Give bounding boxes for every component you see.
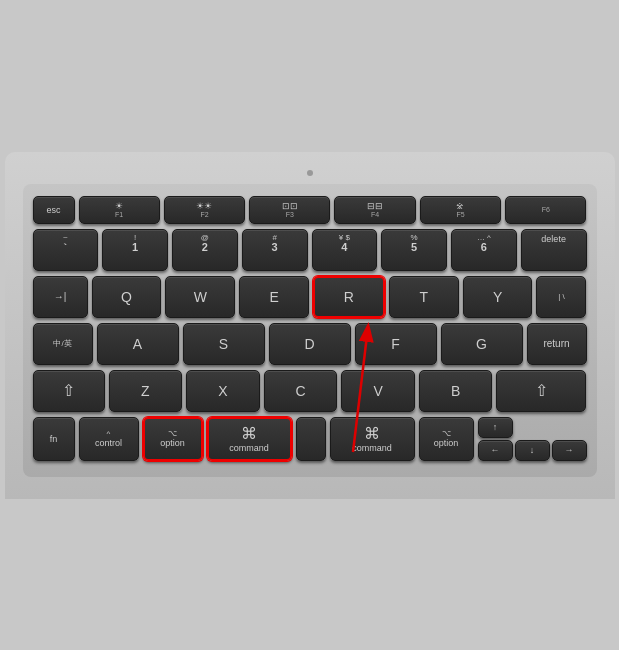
key-x[interactable]: X	[186, 370, 260, 412]
key-c[interactable]: C	[264, 370, 338, 412]
key-delete[interactable]: delete	[521, 229, 587, 271]
fn-row: esc ☀ F1 ☀☀ F2 ⊡⊡ F3 ⊟⊟ F4 ※ F5	[33, 196, 587, 224]
key-1[interactable]: ! 1	[102, 229, 168, 271]
key-w[interactable]: W	[165, 276, 235, 318]
key-fn[interactable]: fn	[33, 417, 75, 461]
key-command-right[interactable]: ⌘ command	[330, 417, 415, 461]
bottom-row: fn ^ control ⌥ option ⌘ command	[33, 417, 587, 461]
key-shift-right[interactable]: ⇧	[496, 370, 586, 412]
key-shift-left[interactable]: ⇧	[33, 370, 105, 412]
key-b[interactable]: B	[419, 370, 493, 412]
shift-row: ⇧ Z X C V B ⇧	[33, 370, 587, 412]
key-y[interactable]: Y	[463, 276, 533, 318]
key-arrow-left[interactable]: ←	[478, 440, 513, 461]
keyboard-body: esc ☀ F1 ☀☀ F2 ⊡⊡ F3 ⊟⊟ F4 ※ F5	[23, 184, 597, 477]
key-r[interactable]: R	[313, 276, 385, 318]
key-space[interactable]	[296, 417, 326, 461]
key-a[interactable]: A	[97, 323, 179, 365]
key-caps-lock[interactable]: 中/英	[33, 323, 93, 365]
key-v[interactable]: V	[341, 370, 415, 412]
key-e[interactable]: E	[239, 276, 309, 318]
key-tab[interactable]: →|	[33, 276, 88, 318]
key-f3[interactable]: ⊡⊡ F3	[249, 196, 330, 224]
num-row: ~ ` ! 1 @ 2 # 3 ¥ $ 4 % 5	[33, 229, 587, 271]
key-3[interactable]: # 3	[242, 229, 308, 271]
bottom-area: fn ^ control ⌥ option ⌘ command	[33, 417, 587, 461]
key-2[interactable]: @ 2	[172, 229, 238, 271]
key-q[interactable]: Q	[92, 276, 162, 318]
key-option-right[interactable]: ⌥ option	[419, 417, 474, 461]
key-f5[interactable]: ※ F5	[420, 196, 501, 224]
key-f6[interactable]: F6	[505, 196, 586, 224]
key-z[interactable]: Z	[109, 370, 183, 412]
home-row: 中/英 A S D F G return	[33, 323, 587, 365]
key-s[interactable]: S	[183, 323, 265, 365]
key-g[interactable]: G	[441, 323, 523, 365]
arrow-keys: ↑ ← ↓ →	[478, 417, 587, 461]
key-command[interactable]: ⌘ command	[207, 417, 292, 461]
qwerty-row: →| Q W E R T Y | \	[33, 276, 587, 318]
key-5[interactable]: % 5	[381, 229, 447, 271]
key-arrow-down[interactable]: ↓	[515, 440, 550, 461]
key-d[interactable]: D	[269, 323, 351, 365]
key-4[interactable]: ¥ $ 4	[312, 229, 378, 271]
key-6[interactable]: … ^ 6	[451, 229, 517, 271]
key-f4[interactable]: ⊟⊟ F4	[334, 196, 415, 224]
camera-dot	[307, 170, 313, 176]
key-t[interactable]: T	[389, 276, 459, 318]
camera-area	[23, 170, 597, 176]
key-control[interactable]: ^ control	[79, 417, 139, 461]
key-esc[interactable]: esc	[33, 196, 75, 224]
key-f[interactable]: F	[355, 323, 437, 365]
key-option[interactable]: ⌥ option	[143, 417, 203, 461]
key-f1[interactable]: ☀ F1	[79, 196, 160, 224]
key-backslash[interactable]: | \	[536, 276, 586, 318]
key-f2[interactable]: ☀☀ F2	[164, 196, 245, 224]
key-arrow-right[interactable]: →	[552, 440, 587, 461]
keyboard-wrapper: esc ☀ F1 ☀☀ F2 ⊡⊡ F3 ⊟⊟ F4 ※ F5	[5, 152, 615, 499]
key-tilde[interactable]: ~ `	[33, 229, 99, 271]
key-arrow-up[interactable]: ↑	[478, 417, 513, 438]
key-return[interactable]: return	[527, 323, 587, 365]
